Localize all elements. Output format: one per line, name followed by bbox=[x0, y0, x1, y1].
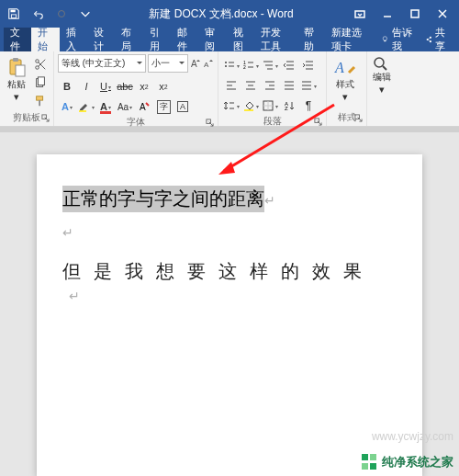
underline-button[interactable]: U▾ bbox=[96, 77, 115, 96]
align-center-button[interactable] bbox=[241, 76, 260, 95]
tab-mailings[interactable]: 邮件 bbox=[171, 28, 198, 51]
chevron-down-icon bbox=[136, 59, 143, 69]
maximize-icon[interactable] bbox=[402, 4, 428, 24]
ribbon-options-icon[interactable] bbox=[347, 4, 373, 24]
brand-logo-icon bbox=[362, 454, 378, 470]
tab-addin[interactable]: 新建选项卡 bbox=[325, 28, 375, 51]
multilevel-list-button[interactable]: ▾ bbox=[261, 56, 279, 74]
numbering-button[interactable]: 12▾ bbox=[241, 56, 260, 74]
svg-line-14 bbox=[428, 40, 430, 41]
shading-button[interactable]: ▾ bbox=[241, 96, 260, 115]
tab-file[interactable]: 文件 bbox=[4, 28, 31, 51]
redo-icon[interactable] bbox=[51, 4, 72, 24]
clear-formatting-button[interactable]: A bbox=[135, 97, 153, 116]
tab-developer[interactable]: 开发工具 bbox=[254, 28, 297, 51]
show-marks-button[interactable]: ¶ bbox=[299, 96, 318, 115]
tab-review[interactable]: 审阅 bbox=[198, 28, 226, 51]
group-paragraph: ▾ 12▾ ▾ ▾ ▾ ▾ ▾ AZ ¶ 段落 bbox=[218, 51, 327, 126]
subscript-button[interactable]: x2 bbox=[135, 77, 153, 96]
tell-me[interactable]: 告诉我 bbox=[375, 28, 420, 51]
svg-point-34 bbox=[225, 65, 227, 67]
svg-text:2: 2 bbox=[243, 64, 246, 70]
undo-icon[interactable] bbox=[28, 4, 48, 24]
editing-button[interactable]: 编辑 ▾ bbox=[371, 54, 393, 97]
sort-button[interactable]: AZ bbox=[280, 96, 298, 115]
minimize-icon[interactable] bbox=[375, 4, 400, 24]
svg-line-13 bbox=[428, 38, 430, 39]
character-border-button[interactable]: A bbox=[174, 97, 192, 116]
paragraph-label: 段落 bbox=[222, 115, 322, 128]
paste-icon bbox=[6, 56, 28, 78]
font-name-select[interactable]: 等线 (中文正文) bbox=[58, 54, 146, 73]
doc-line-spaced[interactable]: 但是我想要这样的效果 bbox=[62, 254, 397, 289]
tab-layout[interactable]: 布局 bbox=[115, 28, 142, 51]
window-title: 新建 DOCX 文档.docx - Word bbox=[95, 6, 347, 22]
tab-home[interactable]: 开始 bbox=[31, 28, 59, 51]
save-icon[interactable] bbox=[4, 4, 24, 24]
align-left-icon bbox=[225, 79, 238, 92]
borders-button[interactable]: ▾ bbox=[261, 96, 279, 115]
svg-text:A: A bbox=[204, 61, 209, 69]
group-styles: A 样式 ▾ 样式 bbox=[327, 51, 367, 126]
format-painter-button[interactable] bbox=[31, 93, 50, 109]
tab-help[interactable]: 帮助 bbox=[297, 28, 325, 51]
svg-rect-29 bbox=[79, 110, 86, 112]
svg-rect-1 bbox=[11, 15, 16, 18]
paint-bucket-icon bbox=[242, 99, 255, 112]
shrink-font-button[interactable]: A bbox=[203, 54, 214, 73]
strikethrough-button[interactable]: abc bbox=[116, 77, 134, 96]
group-clipboard: 粘贴 ▾ 剪贴板 bbox=[0, 51, 54, 126]
share-button[interactable]: 共享 bbox=[420, 28, 455, 51]
find-icon bbox=[373, 56, 391, 71]
justify-button[interactable] bbox=[280, 76, 298, 95]
group-editing: 编辑 ▾ bbox=[367, 51, 408, 126]
bold-button[interactable]: B bbox=[58, 77, 76, 96]
styles-icon: A bbox=[332, 56, 358, 78]
enclose-characters-button[interactable]: 字 bbox=[154, 97, 173, 116]
phonetic-guide-button[interactable]: Aa▾ bbox=[116, 97, 134, 116]
line-spacing-button[interactable]: ▾ bbox=[222, 96, 241, 115]
tab-design[interactable]: 设计 bbox=[87, 28, 115, 51]
align-right-icon bbox=[263, 79, 276, 92]
document-area[interactable]: 正常的字与字之间的距离↵ ↵ 但是我想要这样的效果 ↵ bbox=[0, 127, 459, 476]
paste-button[interactable]: 粘贴 ▾ bbox=[4, 54, 29, 105]
align-left-button[interactable] bbox=[222, 76, 241, 95]
font-launcher-icon[interactable] bbox=[205, 118, 214, 127]
svg-rect-66 bbox=[244, 109, 253, 111]
distributed-button[interactable]: ▾ bbox=[299, 76, 318, 95]
pilcrow-icon: ¶ bbox=[306, 99, 311, 112]
highlight-button[interactable]: ▾ bbox=[77, 97, 95, 116]
distributed-icon bbox=[300, 79, 313, 92]
increase-indent-button[interactable] bbox=[299, 56, 318, 74]
close-icon[interactable] bbox=[430, 4, 455, 24]
doc-line-selected[interactable]: 正常的字与字之间的距离 bbox=[62, 186, 264, 212]
tab-view[interactable]: 视图 bbox=[227, 28, 254, 51]
font-size-value: 小一 bbox=[151, 57, 170, 70]
superscript-button[interactable]: x2 bbox=[154, 77, 173, 96]
svg-point-8 bbox=[383, 37, 386, 40]
cut-button[interactable] bbox=[31, 56, 50, 73]
highlight-icon bbox=[78, 100, 91, 113]
clipboard-label: 剪贴板 bbox=[4, 111, 50, 124]
italic-button[interactable]: I bbox=[77, 77, 95, 96]
page: 正常的字与字之间的距离↵ ↵ 但是我想要这样的效果 ↵ bbox=[37, 154, 422, 476]
styles-launcher-icon[interactable] bbox=[353, 113, 363, 122]
styles-button[interactable]: A 样式 ▾ bbox=[330, 54, 360, 105]
paragraph-launcher-icon[interactable] bbox=[313, 117, 322, 126]
align-right-button[interactable] bbox=[261, 76, 279, 95]
tab-insert[interactable]: 插入 bbox=[60, 28, 87, 51]
font-color-button[interactable]: A▾ bbox=[96, 97, 115, 116]
clipboard-launcher-icon[interactable] bbox=[40, 113, 50, 122]
decrease-indent-button[interactable] bbox=[280, 56, 298, 74]
lightbulb-icon bbox=[381, 34, 389, 45]
qat-customize-icon[interactable] bbox=[75, 4, 95, 24]
bullets-button[interactable]: ▾ bbox=[222, 56, 241, 74]
tab-references[interactable]: 引用 bbox=[143, 28, 171, 51]
text-effects-button[interactable]: A▾ bbox=[58, 97, 76, 116]
copy-button[interactable] bbox=[31, 74, 50, 91]
ribbon-tabs: 文件 开始 插入 设计 布局 引用 邮件 审阅 视图 开发工具 帮助 新建选项卡… bbox=[0, 28, 459, 51]
outdent-icon bbox=[283, 59, 296, 72]
font-size-select[interactable]: 小一 bbox=[148, 54, 188, 73]
share-label: 共享 bbox=[435, 26, 450, 53]
grow-font-button[interactable]: A bbox=[190, 54, 201, 73]
